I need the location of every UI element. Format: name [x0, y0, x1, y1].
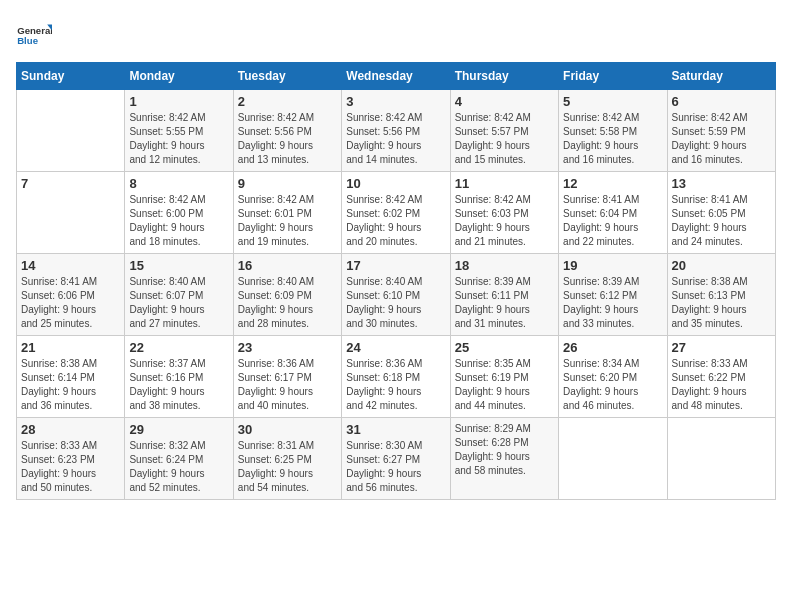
- day-info: Sunrise: 8:36 AMSunset: 6:17 PMDaylight:…: [238, 357, 337, 413]
- calendar-cell: 23Sunrise: 8:36 AMSunset: 6:17 PMDayligh…: [233, 336, 341, 418]
- day-number: 11: [455, 176, 554, 191]
- calendar-header-row: SundayMondayTuesdayWednesdayThursdayFrid…: [17, 63, 776, 90]
- day-number: 2: [238, 94, 337, 109]
- day-info: Sunrise: 8:36 AMSunset: 6:18 PMDaylight:…: [346, 357, 445, 413]
- calendar-cell: 4Sunrise: 8:42 AMSunset: 5:57 PMDaylight…: [450, 90, 558, 172]
- day-number: 25: [455, 340, 554, 355]
- calendar-cell: 22Sunrise: 8:37 AMSunset: 6:16 PMDayligh…: [125, 336, 233, 418]
- day-number: 8: [129, 176, 228, 191]
- day-header-saturday: Saturday: [667, 63, 775, 90]
- calendar-cell: 3Sunrise: 8:42 AMSunset: 5:56 PMDaylight…: [342, 90, 450, 172]
- day-info: Sunrise: 8:42 AMSunset: 6:03 PMDaylight:…: [455, 193, 554, 249]
- day-info: Sunrise: 8:31 AMSunset: 6:25 PMDaylight:…: [238, 439, 337, 495]
- day-number: 4: [455, 94, 554, 109]
- day-number: 17: [346, 258, 445, 273]
- day-number: 13: [672, 176, 771, 191]
- calendar-week-4: 21Sunrise: 8:38 AMSunset: 6:14 PMDayligh…: [17, 336, 776, 418]
- day-info: Sunrise: 8:29 AMSunset: 6:28 PMDaylight:…: [455, 422, 554, 478]
- svg-text:Blue: Blue: [17, 35, 38, 46]
- calendar-cell: 24Sunrise: 8:36 AMSunset: 6:18 PMDayligh…: [342, 336, 450, 418]
- calendar-cell: 12Sunrise: 8:41 AMSunset: 6:04 PMDayligh…: [559, 172, 667, 254]
- day-number: 12: [563, 176, 662, 191]
- calendar-body: 1Sunrise: 8:42 AMSunset: 5:55 PMDaylight…: [17, 90, 776, 500]
- calendar-cell: 15Sunrise: 8:40 AMSunset: 6:07 PMDayligh…: [125, 254, 233, 336]
- calendar-cell: 28Sunrise: 8:33 AMSunset: 6:23 PMDayligh…: [17, 418, 125, 500]
- day-header-sunday: Sunday: [17, 63, 125, 90]
- calendar-cell: 27Sunrise: 8:33 AMSunset: 6:22 PMDayligh…: [667, 336, 775, 418]
- day-info: Sunrise: 8:40 AMSunset: 6:10 PMDaylight:…: [346, 275, 445, 331]
- day-number: 14: [21, 258, 120, 273]
- day-number: 31: [346, 422, 445, 437]
- day-number: 5: [563, 94, 662, 109]
- day-info: Sunrise: 8:42 AMSunset: 5:57 PMDaylight:…: [455, 111, 554, 167]
- calendar-cell: 6Sunrise: 8:42 AMSunset: 5:59 PMDaylight…: [667, 90, 775, 172]
- day-number: 6: [672, 94, 771, 109]
- day-info: Sunrise: 8:33 AMSunset: 6:22 PMDaylight:…: [672, 357, 771, 413]
- day-info: Sunrise: 8:40 AMSunset: 6:07 PMDaylight:…: [129, 275, 228, 331]
- day-info: Sunrise: 8:41 AMSunset: 6:04 PMDaylight:…: [563, 193, 662, 249]
- day-info: Sunrise: 8:42 AMSunset: 6:02 PMDaylight:…: [346, 193, 445, 249]
- day-info: Sunrise: 8:34 AMSunset: 6:20 PMDaylight:…: [563, 357, 662, 413]
- calendar-cell: [667, 418, 775, 500]
- day-info: Sunrise: 8:30 AMSunset: 6:27 PMDaylight:…: [346, 439, 445, 495]
- calendar-cell: 7: [17, 172, 125, 254]
- calendar-cell: 31Sunrise: 8:30 AMSunset: 6:27 PMDayligh…: [342, 418, 450, 500]
- day-info: Sunrise: 8:42 AMSunset: 6:00 PMDaylight:…: [129, 193, 228, 249]
- day-info: Sunrise: 8:42 AMSunset: 6:01 PMDaylight:…: [238, 193, 337, 249]
- day-header-wednesday: Wednesday: [342, 63, 450, 90]
- day-info: Sunrise: 8:40 AMSunset: 6:09 PMDaylight:…: [238, 275, 337, 331]
- calendar-week-2: 78Sunrise: 8:42 AMSunset: 6:00 PMDayligh…: [17, 172, 776, 254]
- calendar-cell: 25Sunrise: 8:35 AMSunset: 6:19 PMDayligh…: [450, 336, 558, 418]
- calendar-week-5: 28Sunrise: 8:33 AMSunset: 6:23 PMDayligh…: [17, 418, 776, 500]
- day-info: Sunrise: 8:35 AMSunset: 6:19 PMDaylight:…: [455, 357, 554, 413]
- day-number: 18: [455, 258, 554, 273]
- day-number: 15: [129, 258, 228, 273]
- calendar-cell: 16Sunrise: 8:40 AMSunset: 6:09 PMDayligh…: [233, 254, 341, 336]
- calendar-table: SundayMondayTuesdayWednesdayThursdayFrid…: [16, 62, 776, 500]
- day-number: 3: [346, 94, 445, 109]
- day-number: 7: [21, 176, 120, 191]
- calendar-cell: 30Sunrise: 8:31 AMSunset: 6:25 PMDayligh…: [233, 418, 341, 500]
- day-info: Sunrise: 8:41 AMSunset: 6:06 PMDaylight:…: [21, 275, 120, 331]
- day-header-thursday: Thursday: [450, 63, 558, 90]
- day-info: Sunrise: 8:38 AMSunset: 6:13 PMDaylight:…: [672, 275, 771, 331]
- day-info: Sunrise: 8:42 AMSunset: 5:56 PMDaylight:…: [238, 111, 337, 167]
- calendar-cell: 13Sunrise: 8:41 AMSunset: 6:05 PMDayligh…: [667, 172, 775, 254]
- calendar-week-1: 1Sunrise: 8:42 AMSunset: 5:55 PMDaylight…: [17, 90, 776, 172]
- day-info: Sunrise: 8:42 AMSunset: 5:56 PMDaylight:…: [346, 111, 445, 167]
- calendar-cell: [17, 90, 125, 172]
- day-number: 27: [672, 340, 771, 355]
- day-info: Sunrise: 8:42 AMSunset: 5:59 PMDaylight:…: [672, 111, 771, 167]
- day-info: Sunrise: 8:42 AMSunset: 5:55 PMDaylight:…: [129, 111, 228, 167]
- day-number: 22: [129, 340, 228, 355]
- day-number: 19: [563, 258, 662, 273]
- day-number: 21: [21, 340, 120, 355]
- calendar-cell: 10Sunrise: 8:42 AMSunset: 6:02 PMDayligh…: [342, 172, 450, 254]
- calendar-cell: 2Sunrise: 8:42 AMSunset: 5:56 PMDaylight…: [233, 90, 341, 172]
- day-number: 9: [238, 176, 337, 191]
- day-number: 26: [563, 340, 662, 355]
- day-number: 30: [238, 422, 337, 437]
- day-info: Sunrise: 8:37 AMSunset: 6:16 PMDaylight:…: [129, 357, 228, 413]
- calendar-cell: 26Sunrise: 8:34 AMSunset: 6:20 PMDayligh…: [559, 336, 667, 418]
- calendar-cell: 29Sunrise: 8:32 AMSunset: 6:24 PMDayligh…: [125, 418, 233, 500]
- day-number: 29: [129, 422, 228, 437]
- day-info: Sunrise: 8:42 AMSunset: 5:58 PMDaylight:…: [563, 111, 662, 167]
- day-number: 20: [672, 258, 771, 273]
- day-number: 28: [21, 422, 120, 437]
- day-info: Sunrise: 8:33 AMSunset: 6:23 PMDaylight:…: [21, 439, 120, 495]
- day-number: 23: [238, 340, 337, 355]
- day-number: 10: [346, 176, 445, 191]
- day-header-friday: Friday: [559, 63, 667, 90]
- day-info: Sunrise: 8:38 AMSunset: 6:14 PMDaylight:…: [21, 357, 120, 413]
- calendar-cell: 20Sunrise: 8:38 AMSunset: 6:13 PMDayligh…: [667, 254, 775, 336]
- calendar-cell: 8Sunrise: 8:42 AMSunset: 6:00 PMDaylight…: [125, 172, 233, 254]
- day-header-tuesday: Tuesday: [233, 63, 341, 90]
- day-header-monday: Monday: [125, 63, 233, 90]
- calendar-cell: 5Sunrise: 8:42 AMSunset: 5:58 PMDaylight…: [559, 90, 667, 172]
- logo-icon: General Blue: [16, 16, 52, 52]
- logo: General Blue: [16, 16, 52, 52]
- calendar-cell: 11Sunrise: 8:42 AMSunset: 6:03 PMDayligh…: [450, 172, 558, 254]
- calendar-cell: 17Sunrise: 8:40 AMSunset: 6:10 PMDayligh…: [342, 254, 450, 336]
- calendar-cell: Sunrise: 8:29 AMSunset: 6:28 PMDaylight:…: [450, 418, 558, 500]
